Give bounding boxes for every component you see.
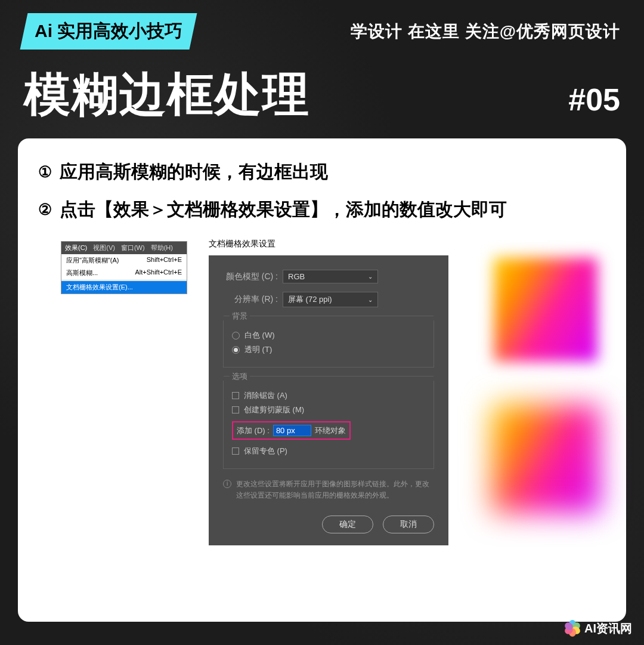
flower-icon — [564, 620, 581, 637]
menu-help[interactable]: 帮助(H) — [151, 243, 173, 252]
menu-item-gaussian-blur[interactable]: 高斯模糊... Alt+Shift+Ctrl+E — [61, 267, 187, 279]
add-suffix: 环绕对象 — [315, 425, 346, 436]
resolution-label: 分辨率 (R) : — [223, 294, 283, 305]
info-icon: i — [223, 480, 231, 488]
menu-bar: 效果(C) 视图(V) 窗口(W) 帮助(H) — [61, 242, 187, 254]
menu-effect[interactable]: 效果(C) — [65, 243, 87, 252]
resolution-row: 分辨率 (R) : 屏幕 (72 ppi) ⌄ — [223, 292, 434, 307]
add-bleed-row: 添加 (D) : 80 px 环绕对象 — [232, 421, 351, 440]
gradient-sample-hard-edge — [489, 253, 602, 366]
info-note: i 更改这些设置将断开应用于图像的图形样式链接。此外，更改这些设置还可能影响当前… — [223, 479, 434, 501]
color-model-label: 颜色模型 (C) : — [223, 271, 283, 282]
dialog-buttons: 确定 取消 — [223, 516, 434, 533]
ok-button[interactable]: 确定 — [322, 516, 373, 533]
chevron-down-icon: ⌄ — [368, 297, 373, 303]
background-section-label: 背景 — [230, 311, 250, 322]
add-value-input[interactable]: 80 px — [273, 425, 311, 436]
step-1-text: 应用高斯模糊的时候，有边框出现 — [60, 160, 328, 184]
gradient-sample-soft-edge — [489, 402, 602, 516]
dialog-wrap: 文档栅格效果设置 颜色模型 (C) : RGB ⌄ 分辨率 (R) : 屏幕 (… — [209, 239, 448, 545]
watermark-text: AI资讯网 — [584, 621, 632, 637]
step-2-text: 点击【效果＞文档栅格效果设置】，添加的数值改大即可 — [60, 197, 507, 222]
step-1-marker: ① — [36, 163, 54, 181]
background-section: 背景 白色 (W) 透明 (T) — [223, 320, 434, 368]
app-menu-dropdown: 效果(C) 视图(V) 窗口(W) 帮助(H) 应用"高斯模糊"(A) Shif… — [61, 241, 187, 294]
tip-number: #05 — [568, 82, 620, 118]
series-badge: Ai 实用高效小技巧 — [20, 13, 197, 50]
radio-off-icon — [232, 332, 240, 340]
dialog-title: 文档栅格效果设置 — [209, 239, 448, 249]
checkbox-icon — [232, 392, 239, 399]
color-model-select[interactable]: RGB ⌄ — [283, 270, 378, 283]
color-model-row: 颜色模型 (C) : RGB ⌄ — [223, 270, 434, 283]
chevron-down-icon: ⌄ — [368, 273, 373, 280]
watermark: AI资讯网 — [564, 620, 632, 637]
add-label: 添加 (D) : — [237, 425, 270, 436]
checkbox-icon — [232, 406, 239, 413]
header: Ai 实用高效小技巧 学设计 在这里 关注@优秀网页设计 — [0, 0, 644, 50]
page-title: 模糊边框处理 — [24, 64, 310, 126]
bg-transparent-radio[interactable]: 透明 (T) — [232, 344, 425, 355]
checkbox-icon — [232, 448, 239, 455]
resolution-select[interactable]: 屏幕 (72 ppi) ⌄ — [283, 292, 378, 307]
menu-view[interactable]: 视图(V) — [93, 243, 115, 252]
cancel-button[interactable]: 取消 — [383, 516, 434, 533]
header-tagline: 学设计 在这里 关注@优秀网页设计 — [351, 20, 620, 43]
title-row: 模糊边框处理 #05 — [0, 50, 644, 138]
clipmask-checkbox[interactable]: 创建剪切蒙版 (M) — [232, 405, 425, 415]
menu-item-raster-settings[interactable]: 文档栅格效果设置(E)... — [61, 281, 187, 294]
menu-window[interactable]: 窗口(W) — [121, 243, 145, 252]
menu-separator — [61, 280, 187, 280]
step-1: ① 应用高斯模糊的时候，有边框出现 — [36, 160, 608, 184]
radio-on-icon — [232, 346, 240, 354]
step-2-marker: ② — [36, 201, 54, 219]
options-section: 选项 消除锯齿 (A) 创建剪切蒙版 (M) 添加 (D) : 80 px 环绕… — [223, 381, 434, 469]
antialias-checkbox[interactable]: 消除锯齿 (A) — [232, 390, 425, 401]
step-2: ② 点击【效果＞文档栅格效果设置】，添加的数值改大即可 — [36, 197, 608, 222]
raster-settings-dialog: 颜色模型 (C) : RGB ⌄ 分辨率 (R) : 屏幕 (72 ppi) ⌄… — [209, 255, 448, 545]
menu-item-apply-gaussian[interactable]: 应用"高斯模糊"(A) Shift+Ctrl+E — [61, 254, 187, 267]
info-text: 更改这些设置将断开应用于图像的图形样式链接。此外，更改这些设置还可能影响当前应用… — [236, 479, 434, 501]
options-section-label: 选项 — [230, 371, 250, 382]
series-badge-text: Ai 实用高效小技巧 — [35, 19, 182, 44]
spotcolor-checkbox[interactable]: 保留专色 (P) — [232, 446, 425, 456]
content-card: ① 应用高斯模糊的时候，有边框出现 ② 点击【效果＞文档栅格效果设置】，添加的数… — [18, 138, 626, 622]
bg-white-radio[interactable]: 白色 (W) — [232, 330, 425, 341]
